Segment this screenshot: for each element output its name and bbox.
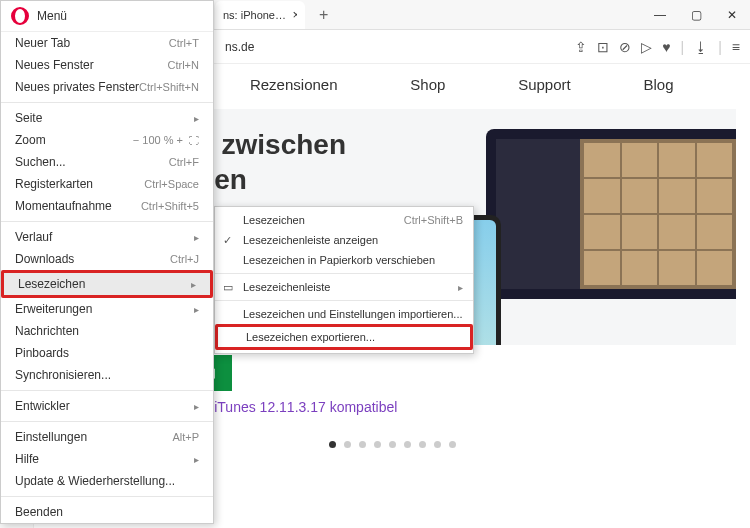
menu-erweiterungen[interactable]: Erweiterungen▸ [1,298,213,320]
nav-support[interactable]: Support [518,76,571,93]
easy-setup-icon[interactable]: ≡ [732,39,740,55]
submenu-papierkorb[interactable]: Lesezeichen in Papierkorb verschieben [215,250,473,270]
submenu-leiste[interactable]: ▭Lesezeichenleiste▸ [215,277,473,297]
send-icon[interactable]: ▷ [641,39,652,55]
menu-zoom[interactable]: Zoom− 100 % +⛶ [1,129,213,151]
chevron-right-icon: ▸ [194,113,199,124]
submenu-lesezeichen[interactable]: LesezeichenCtrl+Shift+B [215,210,473,230]
submenu-export[interactable]: Lesezeichen exportieren... [215,324,473,350]
menu-neues-privat[interactable]: Neues privates FensterCtrl+Shift+N [1,76,213,98]
menu-pinboards[interactable]: Pinboards [1,342,213,364]
new-tab-button[interactable]: + [313,6,334,24]
laptop-graphic [486,129,736,299]
menu-downloads[interactable]: DownloadsCtrl+J [1,248,213,270]
menu-suchen[interactable]: Suchen...Ctrl+F [1,151,213,173]
menu-beenden[interactable]: Beenden [1,501,213,523]
menu-momentaufnahme[interactable]: MomentaufnahmeCtrl+Shift+5 [1,195,213,217]
menu-einstellungen[interactable]: EinstellungenAlt+P [1,426,213,448]
minimize-button[interactable]: — [642,0,678,30]
submenu-leiste-anzeigen[interactable]: ✓Lesezeichenleiste anzeigen [215,230,473,250]
chevron-right-icon: ▸ [194,304,199,315]
menu-seite[interactable]: Seite▸ [1,107,213,129]
tab-title: ns: iPhone, iPad, iP… [223,9,287,21]
close-tab-icon[interactable]: × [293,7,298,22]
divider: | [718,39,722,55]
download-icon[interactable]: ⭳ [694,39,708,55]
heart-icon[interactable]: ♥ [662,39,670,55]
menu-neues-fenster[interactable]: Neues FensterCtrl+N [1,54,213,76]
nav-blog[interactable]: Blog [644,76,674,93]
menu-nachrichten[interactable]: Nachrichten [1,320,213,342]
folder-icon: ▭ [223,281,233,294]
menu-header[interactable]: Menü [1,1,213,32]
main-menu: Menü Neuer TabCtrl+T Neues FensterCtrl+N… [0,0,214,524]
camera-icon[interactable]: ⊡ [597,39,609,55]
menu-lesezeichen[interactable]: Lesezeichen▸ [1,270,213,298]
menu-neuer-tab[interactable]: Neuer TabCtrl+T [1,32,213,54]
chevron-right-icon: ▸ [194,454,199,465]
chevron-right-icon: ▸ [191,279,196,290]
divider: | [681,39,685,55]
lesezeichen-submenu: LesezeichenCtrl+Shift+B ✓Lesezeichenleis… [214,206,474,354]
menu-registerkarten[interactable]: RegisterkartenCtrl+Space [1,173,213,195]
check-icon: ✓ [223,234,232,247]
expand-icon: ⛶ [189,135,199,146]
nav-rezensionen[interactable]: Rezensionen [250,76,338,93]
submenu-import[interactable]: Lesezeichen und Einstellungen importiere… [215,304,473,324]
close-window-button[interactable]: ✕ [714,0,750,30]
chevron-right-icon: ▸ [194,401,199,412]
menu-update[interactable]: Update & Wiederherstellung... [1,470,213,492]
address-fragment[interactable]: ns.de [225,40,575,54]
browser-tab[interactable]: ns: iPhone, iPad, iP… × [215,1,305,29]
menu-hilfe[interactable]: Hilfe▸ [1,448,213,470]
menu-verlauf[interactable]: Verlauf▸ [1,226,213,248]
menu-sync[interactable]: Synchronisieren... [1,364,213,386]
chevron-right-icon: ▸ [458,282,463,293]
maximize-button[interactable]: ▢ [678,0,714,30]
opera-logo-icon [11,7,29,25]
share-icon[interactable]: ⇪ [575,39,587,55]
nav-shop[interactable]: Shop [410,76,445,93]
block-icon[interactable]: ⊘ [619,39,631,55]
chevron-right-icon: ▸ [194,232,199,243]
menu-label: Menü [37,9,67,23]
menu-entwickler[interactable]: Entwickler▸ [1,395,213,417]
